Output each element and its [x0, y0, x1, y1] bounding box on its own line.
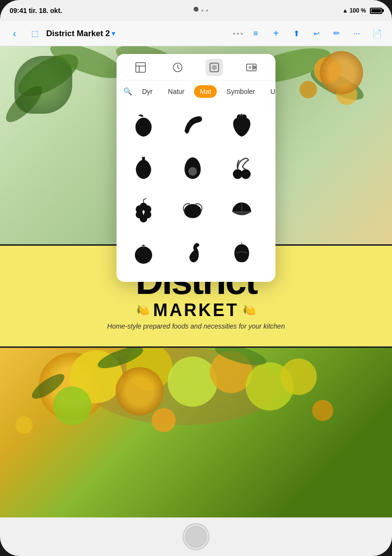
emoji-hot-pepper[interactable] [173, 234, 212, 272]
home-button[interactable] [183, 523, 209, 550]
add-button[interactable]: + [267, 25, 285, 43]
category-utdanning[interactable]: Utdanning [265, 85, 276, 98]
tab-shapes[interactable] [206, 59, 223, 76]
battery-icon [370, 8, 382, 14]
list-button[interactable]: ≡ [247, 25, 265, 43]
svg-point-6 [336, 84, 357, 105]
emoji-avocado[interactable] [173, 149, 212, 187]
status-right: ▲ 100 % [342, 7, 382, 14]
svg-point-34 [241, 169, 250, 179]
svg-point-12 [168, 357, 218, 407]
tab-media[interactable] [243, 59, 260, 76]
battery-fill [371, 9, 381, 13]
svg-point-4 [314, 57, 341, 84]
dot-b [237, 33, 239, 35]
dot-c [241, 33, 243, 35]
dot-a [233, 33, 235, 35]
emoji-right: 🍋 [243, 304, 256, 317]
status-time: 09:41 tir. 18. okt. [10, 7, 62, 14]
emoji-tomato[interactable] [124, 234, 163, 272]
back-button[interactable]: ‹ [6, 25, 23, 42]
back-icon: ‹ [13, 28, 16, 39]
bottom-decoration [0, 348, 392, 517]
subtitle-text: Home-style prepared foods and necessitie… [107, 322, 285, 330]
emoji-orange-half[interactable] [222, 191, 261, 230]
tab-clock[interactable] [169, 59, 186, 76]
add-icon: + [273, 28, 279, 39]
markup-icon: ✏ [333, 28, 340, 39]
document-title[interactable]: District Market 2 ▾ [46, 29, 115, 39]
category-natur[interactable]: Natur [162, 85, 190, 98]
emoji-cherries[interactable] [222, 149, 261, 187]
svg-point-22 [15, 416, 33, 434]
battery-container [370, 8, 382, 14]
more-icon: ··· [353, 29, 360, 39]
title-chevron-icon: ▾ [112, 30, 115, 37]
emoji-bell-pepper[interactable] [222, 234, 261, 272]
emoji-picker: 🔍 Dyr Natur Mat Symboler Utdanning [117, 54, 275, 282]
emoji-banana[interactable] [173, 106, 212, 145]
emoji-lemon[interactable] [173, 191, 212, 230]
undo-button[interactable]: ↩ [307, 25, 326, 43]
svg-point-41 [184, 204, 201, 218]
svg-point-28 [212, 65, 217, 70]
emoji-pear[interactable] [124, 149, 163, 187]
svg-point-30 [248, 66, 251, 69]
svg-point-21 [312, 400, 333, 421]
svg-point-32 [188, 167, 197, 176]
search-icon[interactable]: 🔍 [123, 87, 132, 96]
dot3 [206, 10, 208, 12]
category-filter: 🔍 Dyr Natur Mat Symboler Utdanning [117, 80, 275, 103]
svg-point-45 [135, 247, 152, 264]
emoji-grid [117, 103, 275, 276]
sidebar-button[interactable]: ⬚ [26, 25, 43, 42]
reader-icon: 📄 [372, 29, 382, 38]
home-button-inner [185, 526, 207, 547]
emoji-apple[interactable] [124, 106, 163, 145]
toolbar-left: ‹ ⬚ District Market 2 ▾ [6, 25, 229, 42]
camera-dot [194, 7, 198, 12]
svg-point-20 [152, 408, 176, 432]
document-background: District 🍋 MARKET 🍋 Home-style prepared … [0, 46, 392, 517]
ipad-frame: 09:41 tir. 18. okt. ▲ 100 % ‹ ⬚ [0, 0, 392, 556]
svg-rect-23 [136, 63, 145, 72]
svg-point-5 [300, 81, 317, 98]
list-icon: ≡ [253, 29, 258, 39]
svg-point-37 [140, 203, 147, 211]
emoji-strawberry[interactable] [222, 106, 261, 145]
emoji-left: 🍋 [136, 304, 149, 317]
svg-marker-31 [253, 66, 256, 69]
toolbar: ‹ ⬚ District Market 2 ▾ ≡ + ⬆ [0, 21, 392, 46]
sidebar-icon: ⬚ [31, 29, 39, 38]
toolbar-center-dots [233, 33, 243, 35]
more-button[interactable]: ··· [348, 25, 366, 43]
svg-point-40 [140, 215, 147, 223]
share-button[interactable]: ⬆ [287, 25, 305, 43]
dot2 [201, 10, 203, 12]
svg-point-15 [53, 386, 91, 425]
category-symboler[interactable]: Symboler [221, 85, 261, 98]
wifi-icon: ▲ 100 % [342, 7, 366, 14]
markup-button[interactable]: ✏ [327, 25, 346, 43]
undo-icon: ↩ [314, 29, 320, 38]
reader-button[interactable]: 📄 [368, 25, 386, 43]
market-row: 🍋 MARKET 🍋 [136, 300, 256, 320]
category-dyr[interactable]: Dyr [136, 85, 158, 98]
share-icon: ⬆ [293, 29, 300, 38]
category-mat[interactable]: Mat [194, 85, 217, 98]
picker-tabs [117, 54, 275, 80]
emoji-grapes[interactable] [124, 191, 163, 230]
tab-table[interactable] [132, 59, 149, 76]
market-text: MARKET [153, 300, 239, 320]
toolbar-right: ≡ + ⬆ ↩ ✏ ··· 📄 [247, 25, 386, 43]
svg-point-16 [280, 358, 317, 395]
main-content: District 🍋 MARKET 🍋 Home-style prepared … [0, 46, 392, 517]
bg-bottom-image [0, 348, 392, 517]
